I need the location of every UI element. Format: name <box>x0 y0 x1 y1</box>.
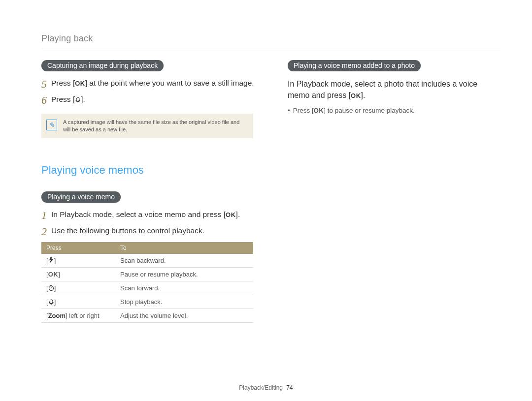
press-cell: [Zoom] left or right <box>41 308 115 322</box>
note-box: ✎ A captured image will have the same fi… <box>41 114 253 138</box>
press-cell: [OK] <box>41 267 115 281</box>
text: Press [ <box>51 79 75 87</box>
ok-label: OK <box>314 107 324 114</box>
step-6: 6 Press []. <box>41 94 258 106</box>
divider <box>41 49 500 49</box>
sub-bullet: • Press [OK] to pause or resume playback… <box>288 107 499 114</box>
pill-playing-voice-memo: Playing a voice memo <box>41 191 121 203</box>
pill-capturing-image: Capturing an image during playback <box>41 60 164 71</box>
to-cell: Scan backward. <box>115 254 253 268</box>
text: ]. <box>81 95 85 103</box>
text: In Playback mode, select a voice memo an… <box>51 210 226 218</box>
step-body: Use the following buttons to control pla… <box>51 226 258 236</box>
control-table: Press To [] Scan backward. [OK] Pause or… <box>41 242 253 323</box>
footer-section: Playback/Editing <box>239 384 283 391</box>
ok-label: OK <box>75 80 85 87</box>
right-column: Playing a voice memo added to a photo In… <box>288 60 499 323</box>
bullet-text: Press [OK] to pause or resume playback. <box>293 107 415 114</box>
content-columns: Capturing an image during playback 5 Pre… <box>41 60 500 323</box>
table-row: [Zoom] left or right Adjust the volume l… <box>41 308 253 322</box>
step-number: 1 <box>41 210 51 221</box>
step-5: 5 Press [OK] at the point where you want… <box>41 78 258 90</box>
ok-label: OK <box>48 271 59 278</box>
text: left or right <box>67 312 100 319</box>
to-cell: Scan forward. <box>115 281 253 295</box>
step-2: 2 Use the following buttons to control p… <box>41 226 258 237</box>
step-1: 1 In Playback mode, select a voice memo … <box>41 210 258 221</box>
table-row: [] Scan forward. <box>41 281 253 295</box>
text: Press [ <box>293 107 314 114</box>
table-header-row: Press To <box>41 242 253 254</box>
macro-icon <box>75 96 81 102</box>
page-number: 74 <box>286 384 293 391</box>
note-text: A captured image will have the same file… <box>63 119 246 133</box>
to-cell: Adjust the volume level. <box>115 308 253 322</box>
th-to: To <box>115 242 253 254</box>
to-cell: Pause or resume playback. <box>115 267 253 281</box>
breadcrumb: Playing back <box>41 33 500 44</box>
step-body: In Playback mode, select a voice memo an… <box>51 210 258 220</box>
macro-icon <box>48 299 54 305</box>
table-row: [OK] Pause or resume playback. <box>41 267 253 281</box>
ok-label: OK <box>351 92 361 99</box>
timer-icon <box>48 285 54 291</box>
press-cell: [] <box>41 295 115 308</box>
press-cell: [] <box>41 254 115 268</box>
step-number: 5 <box>41 79 51 90</box>
flash-icon <box>48 257 54 263</box>
text: ] to pause or resume playback. <box>324 107 415 114</box>
bullet-dot: • <box>288 107 290 114</box>
text: ]. <box>361 91 366 99</box>
to-cell: Stop playback. <box>115 295 253 308</box>
page-footer: Playback/Editing 74 <box>0 384 532 391</box>
section-heading: Playing voice memos <box>41 164 258 177</box>
step-number: 6 <box>41 95 51 106</box>
step-body: Press [OK] at the point where you want t… <box>51 78 258 89</box>
step-number: 2 <box>41 226 51 237</box>
zoom-label: Zoom <box>48 312 66 319</box>
text: ] at the point where you want to save a … <box>85 79 254 87</box>
step-body: Press []. <box>51 94 258 105</box>
text: ]. <box>236 210 240 218</box>
press-cell: [] <box>41 281 115 295</box>
th-press: Press <box>41 242 115 254</box>
table-row: [] Scan backward. <box>41 254 253 268</box>
text: Press [ <box>51 95 75 103</box>
pill-voice-memo-photo: Playing a voice memo added to a photo <box>288 60 421 71</box>
ok-label: OK <box>226 211 236 218</box>
manual-page: Playing back Capturing an image during p… <box>0 0 532 401</box>
left-column: Capturing an image during playback 5 Pre… <box>41 60 258 323</box>
right-body: In Playback mode, select a photo that in… <box>288 78 499 101</box>
note-icon: ✎ <box>46 120 57 130</box>
text: In Playback mode, select a photo that in… <box>288 80 477 99</box>
table-row: [] Stop playback. <box>41 295 253 308</box>
